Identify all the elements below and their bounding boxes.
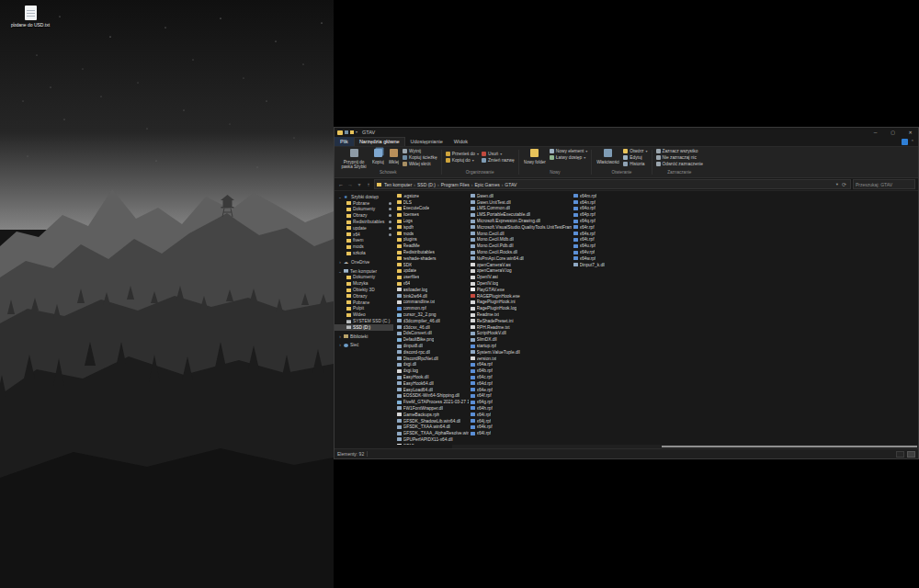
sidebar-section-libraries[interactable]: › Biblioteki xyxy=(335,334,393,340)
sidebar-item[interactable]: Muzyka xyxy=(335,280,393,287)
file-item[interactable]: OpenIV.log xyxy=(469,280,572,287)
file-item[interactable]: EasyHook64.dll xyxy=(395,380,469,387)
ribbon-button[interactable]: Usuń ▾ xyxy=(482,151,515,157)
file-item[interactable]: GPUPerfAPIDX11-x64.dll xyxy=(395,436,469,443)
file-item[interactable]: startup.rpf xyxy=(469,343,572,349)
ribbon-button[interactable]: Wytnij xyxy=(403,148,437,154)
sidebar-item[interactable]: Pobrane xyxy=(335,300,393,306)
file-item[interactable]: ReShadePreset.ini xyxy=(469,318,572,324)
file-item[interactable]: plugins xyxy=(395,237,469,243)
qat-properties-icon[interactable] xyxy=(345,130,348,134)
file-item[interactable]: FiveM_GTAProcess 2021-03-27 18-04-02.png xyxy=(395,399,469,405)
file-item[interactable]: version.txt xyxy=(469,356,572,362)
file-item[interactable]: update xyxy=(395,268,469,275)
file-item[interactable]: Microsoft.Expression.Drawing.dll xyxy=(469,218,572,224)
file-item[interactable]: Logs xyxy=(395,218,469,224)
sidebar-item[interactable]: Pobrane xyxy=(335,200,393,207)
scrollbar-thumb[interactable] xyxy=(662,446,917,447)
qat-new-folder-icon[interactable] xyxy=(350,130,354,134)
file-item[interactable]: Dinput7_k.dll xyxy=(572,262,682,268)
file-item[interactable]: openCameraV.log xyxy=(469,268,572,275)
file-item[interactable]: reshade-shaders xyxy=(395,255,469,262)
help-icon[interactable] xyxy=(902,139,908,145)
address-bar[interactable]: Ten komputer › SSD (D:) › Program Files … xyxy=(374,179,851,189)
ribbon-button[interactable]: Nowy folder xyxy=(523,148,547,169)
file-item[interactable]: FW1FontWrapper.dll xyxy=(395,405,469,412)
sidebar-section-this-pc[interactable]: ⌄ Ten komputer xyxy=(335,268,393,275)
file-item[interactable]: Mono.Cecil.Mdb.dll xyxy=(469,237,572,243)
details-view-button[interactable] xyxy=(896,451,904,458)
file-item[interactable]: SlimDX.dll xyxy=(469,336,572,343)
sidebar-item[interactable]: Obrazy xyxy=(335,293,393,300)
file-item[interactable]: ReadMe xyxy=(395,243,469,249)
file-item[interactable]: Microsoft.VisualStudio.QualityTools.Unit… xyxy=(469,224,572,231)
refresh-icon[interactable]: ⟳ xyxy=(840,181,848,187)
ribbon-button[interactable]: Zaznacz wszystko xyxy=(656,148,704,154)
breadcrumb-segment[interactable]: GTAV › xyxy=(504,182,517,187)
qat-chevron-icon[interactable]: ▾ xyxy=(356,130,357,134)
ribbon-button[interactable]: Nowy element ▾ xyxy=(550,148,587,154)
file-item[interactable]: EasyHook.dll xyxy=(395,374,469,380)
recent-locations-icon[interactable]: ▾ xyxy=(356,181,363,187)
file-item[interactable]: x64j.rpf xyxy=(469,418,572,424)
file-item[interactable]: x64i.rpf xyxy=(469,412,572,418)
file-item[interactable]: x64c.rpf xyxy=(469,374,572,380)
file-item[interactable]: x64d.rpf xyxy=(469,380,572,387)
file-item[interactable]: GFSDK_TXAA_AlphaResolve.win64.dll xyxy=(395,430,469,436)
sidebar-item[interactable]: Obrazy xyxy=(335,212,393,219)
file-item[interactable]: RPH.Readme.txt xyxy=(469,324,572,331)
sidebar-section-quick-access[interactable]: ⌄ ★ Szybki dostęp xyxy=(335,194,393,200)
sidebar-item[interactable]: szkoła xyxy=(335,250,393,256)
chevron-down-icon[interactable]: ⌄ xyxy=(338,195,342,199)
file-item[interactable]: LMS.PortableExecutable.dll xyxy=(469,211,572,218)
file-item[interactable]: lspdfr xyxy=(395,224,469,231)
file-item[interactable]: ScriptHookV.dll xyxy=(469,331,572,337)
breadcrumb-segment[interactable]: Epic Games › xyxy=(473,182,504,187)
sidebar-item[interactable]: x64 xyxy=(335,232,393,238)
file-item[interactable]: GFSDK_ShadowLib.win64.dll xyxy=(395,418,469,424)
file-item[interactable]: Redistributables xyxy=(395,249,469,255)
file-item[interactable]: x64u.rpf xyxy=(572,243,682,249)
titlebar[interactable]: ▾ GTAV ─ ▢ ✕ xyxy=(335,128,918,137)
file-item[interactable]: asiloader.log xyxy=(395,287,469,293)
file-item[interactable]: common.rpf xyxy=(395,305,469,311)
file-item[interactable]: OpenIV.asi xyxy=(469,274,572,280)
file-item[interactable]: NvPmApi.Core.win64.dll xyxy=(469,255,572,262)
file-item[interactable]: DLS xyxy=(395,199,469,206)
collapse-ribbon-icon[interactable]: ⌃ xyxy=(911,139,914,144)
file-item[interactable]: x64g.rpf xyxy=(469,399,572,405)
maximize-button[interactable]: ▢ xyxy=(885,128,901,137)
file-item[interactable]: x64m.rpf xyxy=(572,193,682,199)
file-item[interactable]: dxgi.dll xyxy=(395,362,469,368)
tab-home[interactable]: Narzędzia główne xyxy=(354,137,405,146)
file-item[interactable]: bink2w64.dll xyxy=(395,293,469,300)
desktop-file-icon[interactable]: podane do USD.txt xyxy=(6,6,55,28)
file-item[interactable]: PlayGTAV.exe xyxy=(469,287,572,293)
file-item[interactable]: x64n.rpf xyxy=(572,199,682,206)
file-item[interactable]: licenses xyxy=(395,211,469,218)
minimize-button[interactable]: ─ xyxy=(868,128,883,137)
file-item[interactable]: x64e.rpf xyxy=(469,387,572,393)
up-button[interactable]: ↑ xyxy=(365,182,372,187)
ribbon-button[interactable]: Zmień nazwę xyxy=(482,157,515,164)
file-item[interactable]: x64v.rpf xyxy=(572,249,682,255)
sidebar-item[interactable]: Redistributables xyxy=(335,219,393,225)
file-item[interactable]: x64w.rpf xyxy=(572,255,682,262)
tab-file[interactable]: Plik xyxy=(335,137,354,146)
file-item[interactable]: x64b.rpf xyxy=(469,368,572,374)
file-item[interactable]: x64p.rpf xyxy=(572,211,682,218)
file-item[interactable]: Mono.Cecil.Pdb.dll xyxy=(469,243,572,249)
file-list[interactable]: .egstore DLS ExecuteCode xyxy=(393,191,918,448)
chevron-down-icon[interactable]: ⌄ xyxy=(338,269,342,274)
file-item[interactable]: x64t.rpf xyxy=(572,237,682,243)
file-item[interactable]: Gwen.dll xyxy=(469,193,572,199)
file-item[interactable]: GameBackups.rph xyxy=(395,412,469,418)
file-item[interactable]: cursor_32_2.png xyxy=(395,311,469,318)
file-item[interactable]: Gwen.UnitTest.dll xyxy=(469,199,572,206)
ribbon-button[interactable]: Przenieś do ▾ xyxy=(446,151,479,157)
file-item[interactable]: Mono.Cecil.dll xyxy=(469,231,572,237)
search-box[interactable] xyxy=(853,179,915,189)
file-item[interactable]: DiscordRpcNet.dll xyxy=(395,356,469,362)
file-item[interactable]: mods xyxy=(395,231,469,237)
file-item[interactable]: RAGEPluginHook.exe xyxy=(469,293,572,300)
